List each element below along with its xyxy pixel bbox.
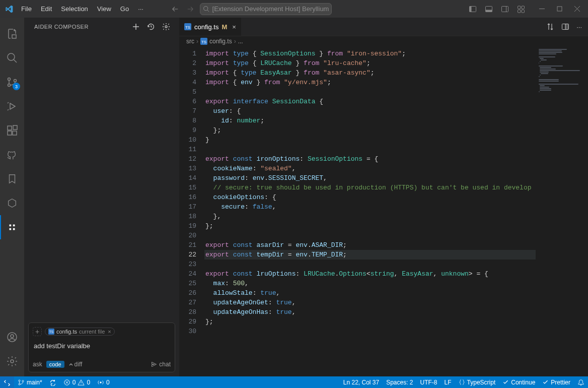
tab-config-ts[interactable]: TS config.ts M ×: [179, 18, 242, 36]
sidebar-body: [24, 35, 179, 322]
status-bell-icon[interactable]: [574, 379, 588, 386]
chip-remove-icon[interactable]: ×: [108, 329, 111, 335]
status-encoding[interactable]: UTF-8: [417, 379, 441, 386]
status-spaces[interactable]: Spaces: 2: [383, 379, 416, 386]
svg-rect-11: [522, 10, 525, 13]
sidebar-history-icon[interactable]: [147, 23, 155, 31]
send-icon: [151, 361, 157, 367]
error-icon: [63, 379, 70, 386]
activity-explorer-icon[interactable]: [0, 22, 24, 46]
tab-bar: TS config.ts M × ···: [179, 18, 588, 36]
layout-sidebar-right-icon[interactable]: [501, 5, 509, 13]
sidebar-title: AIDER COMPOSER: [34, 24, 89, 30]
line-gutter: 1234567891011121314151617181920212223242…: [179, 47, 204, 376]
svg-rect-26: [10, 225, 12, 227]
svg-point-20: [14, 80, 17, 82]
status-ln-col[interactable]: Ln 22, Col 37: [340, 379, 383, 386]
svg-point-18: [8, 78, 11, 81]
activity-extensions-icon[interactable]: [0, 118, 24, 143]
status-language[interactable]: TypeScript: [455, 379, 499, 386]
activity-settings-icon[interactable]: [0, 349, 24, 373]
status-remote-icon[interactable]: [0, 376, 14, 388]
code-content[interactable]: import type { SessionOptions } from "iro…: [204, 47, 536, 376]
svg-rect-5: [486, 10, 492, 12]
svg-rect-23: [8, 131, 12, 135]
activity-aider-icon[interactable]: [0, 215, 24, 239]
svg-point-16: [8, 53, 15, 60]
activity-hexagon-icon[interactable]: [0, 191, 24, 215]
svg-rect-6: [502, 6, 508, 12]
layout-controls: [469, 5, 525, 13]
window-controls: [535, 6, 584, 12]
command-center[interactable]: [Extension Development Host] Beryllium: [200, 3, 332, 15]
status-sync-icon[interactable]: [46, 376, 60, 388]
activity-bookmark-icon[interactable]: [0, 167, 24, 191]
layout-customize-icon[interactable]: [517, 5, 525, 13]
activity-github-icon[interactable]: [0, 143, 24, 167]
vertical-scrollbar[interactable]: [581, 47, 588, 376]
breadcrumb-more[interactable]: ...: [238, 38, 243, 45]
svg-rect-42: [565, 24, 569, 30]
svg-rect-27: [13, 225, 15, 227]
svg-text:TS: TS: [201, 40, 206, 44]
sidebar-new-icon[interactable]: [132, 23, 140, 31]
sidebar: AIDER COMPOSER + TS config.ts current fi…: [24, 18, 179, 376]
svg-rect-8: [518, 6, 521, 9]
check-icon: [542, 379, 549, 385]
activity-search-icon[interactable]: [0, 46, 24, 70]
activity-debug-icon[interactable]: [0, 94, 24, 118]
menu-view[interactable]: View: [93, 3, 115, 15]
minimap[interactable]: [536, 47, 581, 376]
composer-add-file-button[interactable]: +: [33, 327, 42, 336]
activity-scm-icon[interactable]: 3: [0, 70, 24, 94]
tab-split-icon[interactable]: [561, 23, 569, 31]
warning-icon: [78, 379, 85, 386]
svg-point-19: [8, 84, 11, 87]
status-eol[interactable]: LF: [441, 379, 455, 386]
menu-selection[interactable]: Selection: [57, 3, 92, 15]
tab-compare-icon[interactable]: [546, 23, 554, 31]
breadcrumb-src[interactable]: src: [186, 38, 194, 45]
composer-send-button[interactable]: chat: [151, 361, 171, 368]
svg-rect-13: [557, 7, 562, 11]
sidebar-settings-icon[interactable]: [162, 23, 170, 31]
menu-go[interactable]: Go: [116, 3, 133, 15]
svg-point-47: [22, 380, 24, 381]
ts-file-icon: TS: [184, 23, 191, 30]
composer-mode-code[interactable]: code: [46, 361, 64, 368]
activity-accounts-icon[interactable]: [0, 325, 24, 349]
layout-panel-icon[interactable]: [485, 5, 493, 13]
svg-text:TS: TS: [185, 25, 190, 30]
layout-sidebar-left-icon[interactable]: [469, 5, 477, 13]
check-icon: [502, 379, 509, 385]
menu-more[interactable]: ···: [134, 3, 148, 15]
command-center-label: [Extension Development Host] Beryllium: [212, 5, 329, 13]
status-ports[interactable]: 0: [94, 376, 113, 388]
breadcrumb[interactable]: src › TS config.ts › ...: [179, 36, 588, 47]
window-minimize-icon[interactable]: [539, 6, 545, 12]
editor-group: TS config.ts M × ··· src › TS config.ts …: [179, 18, 588, 376]
nav-back-icon[interactable]: [172, 6, 179, 13]
status-prettier[interactable]: Prettier: [539, 379, 574, 386]
code-editor[interactable]: 1234567891011121314151617181920212223242…: [179, 47, 588, 376]
menu-file[interactable]: File: [17, 3, 36, 15]
composer-mode-diff-toggle[interactable]: diff: [68, 361, 83, 368]
vscode-logo-icon: [5, 5, 13, 13]
tab-more-icon[interactable]: ···: [576, 23, 582, 31]
composer-context-chip[interactable]: TS config.ts current file ×: [45, 328, 115, 336]
tab-close-icon[interactable]: ×: [232, 23, 236, 31]
window-close-icon[interactable]: [574, 6, 580, 12]
window-maximize-icon[interactable]: [557, 6, 562, 12]
status-continue[interactable]: Continue: [499, 379, 539, 386]
activity-bar: 3: [0, 18, 24, 376]
composer-input[interactable]: add testDir varialbe: [33, 340, 171, 357]
breadcrumb-file[interactable]: config.ts: [209, 38, 232, 45]
nav-forward-icon[interactable]: [187, 6, 194, 13]
composer-mode-ask[interactable]: ask: [33, 361, 42, 368]
svg-rect-10: [518, 10, 521, 13]
status-problems[interactable]: 0 0: [60, 376, 94, 388]
chevron-up-icon: [68, 362, 74, 367]
menu-edit[interactable]: Edit: [37, 3, 56, 15]
status-branch[interactable]: main*: [14, 376, 46, 388]
svg-point-35: [165, 26, 167, 28]
